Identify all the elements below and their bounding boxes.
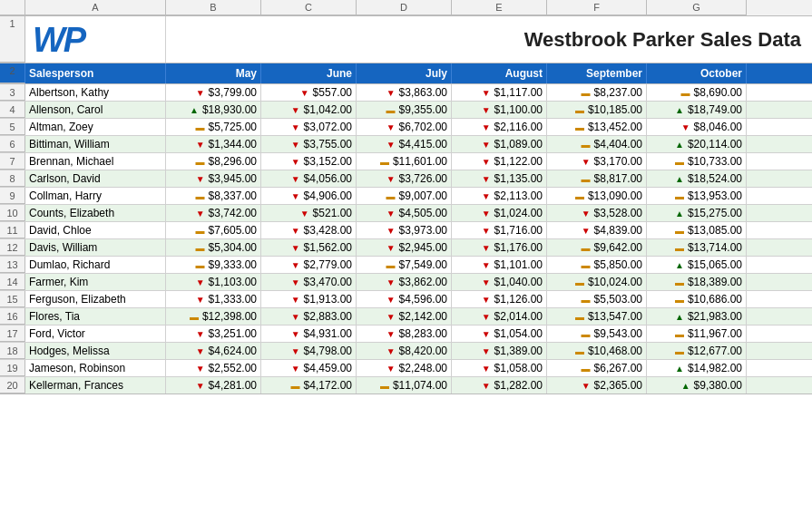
cell-value: $3,862.00	[399, 276, 447, 288]
row-num-cell: 10	[0, 205, 25, 221]
salesperson-name: Flores, Tia	[25, 308, 166, 325]
col-header-july: July	[357, 63, 452, 83]
cell-october: ▬ $18,389.00	[647, 274, 747, 290]
trend-up-icon: ▲	[188, 105, 201, 115]
cell-august: ▼ $1,100.00	[452, 102, 547, 118]
cell-value: $1,333.00	[209, 293, 257, 306]
cell-august: ▼ $1,058.00	[452, 360, 547, 376]
cell-value: $13,090.00	[588, 189, 642, 202]
cell-july: ▼ $2,945.00	[357, 239, 452, 256]
cell-september: ▼ $4,839.00	[547, 222, 647, 238]
cell-value: $1,344.00	[209, 138, 257, 151]
cell-july: ▬ $9,355.00	[357, 102, 452, 118]
cell-value: $2,248.00	[399, 362, 447, 374]
cell-september: ▬ $9,543.00	[547, 326, 647, 342]
cell-september: ▬ $9,642.00	[547, 239, 647, 256]
cell-value: $3,170.00	[594, 155, 642, 168]
cell-value: $2,945.00	[399, 241, 447, 254]
cell-value: $4,931.00	[304, 327, 352, 340]
cell-value: $9,380.00	[694, 379, 742, 392]
cell-august: ▼ $1,024.00	[452, 205, 547, 221]
cell-value: $8,296.00	[209, 155, 257, 168]
cell-value: $5,304.00	[209, 241, 257, 254]
cell-may: ▼ $1,103.00	[166, 274, 261, 290]
cell-october: ▲ $14,982.00	[647, 360, 747, 376]
cell-value: $3,945.00	[209, 172, 257, 185]
cell-value: $11,601.00	[393, 155, 447, 168]
table-row: 19 Jameson, Robinson ▼ $2,552.00 ▼ $4,45…	[0, 360, 812, 377]
trend-up-icon: ▲	[673, 209, 686, 219]
salesperson-name: Bittiman, William	[25, 136, 166, 152]
cell-june: ▼ $557.00	[261, 84, 357, 101]
cell-october: ▼ $8,046.00	[647, 119, 747, 135]
col-header-september: September	[547, 63, 647, 83]
cell-may: ▼ $1,344.00	[166, 136, 261, 152]
trend-down-icon: ▼	[480, 191, 493, 201]
col-header-october: October	[647, 63, 747, 83]
cell-value: $1,117.00	[494, 86, 543, 99]
cell-value: $1,135.00	[494, 172, 543, 185]
cell-value: $6,267.00	[594, 362, 642, 374]
cell-july: ▼ $2,248.00	[357, 360, 452, 376]
trend-flat-icon: ▬	[385, 191, 397, 201]
table-row: 11 David, Chloe ▬ $7,605.00 ▼ $3,428.00 …	[0, 222, 812, 239]
cell-value: $1,089.00	[494, 138, 543, 151]
salesperson-name: Ferguson, Elizabeth	[25, 291, 166, 307]
trend-flat-icon: ▬	[385, 105, 397, 115]
trend-flat-icon: ▬	[385, 260, 397, 270]
cell-august: ▼ $1,716.00	[452, 222, 547, 238]
cell-value: $1,716.00	[494, 224, 543, 237]
corner-cell	[0, 0, 25, 15]
trend-down-icon: ▼	[385, 174, 397, 184]
cell-june: ▼ $1,042.00	[261, 102, 357, 118]
cell-value: $1,042.00	[304, 103, 352, 116]
salesperson-name: Farmer, Kim	[25, 274, 166, 290]
trend-flat-icon: ▬	[680, 88, 692, 98]
salesperson-name: Jameson, Robinson	[25, 360, 166, 376]
cell-value: $12,398.00	[202, 310, 257, 323]
trend-down-icon: ▼	[289, 277, 302, 287]
trend-down-icon: ▼	[480, 226, 493, 236]
logo: WP	[33, 23, 84, 57]
cell-may: ▼ $2,552.00	[166, 360, 261, 376]
trend-flat-icon: ▬	[573, 346, 586, 356]
trend-flat-icon: ▬	[194, 260, 207, 270]
cell-september: ▬ $13,090.00	[547, 188, 647, 204]
trend-down-icon: ▼	[385, 243, 397, 253]
trend-flat-icon: ▬	[580, 243, 592, 253]
salesperson-name: Altman, Zoey	[25, 119, 166, 135]
cell-june: ▼ $4,906.00	[261, 188, 357, 204]
trend-flat-icon: ▬	[573, 122, 586, 132]
trend-down-icon: ▼	[580, 381, 592, 391]
trend-flat-icon: ▬	[378, 381, 391, 391]
trend-down-icon: ▼	[480, 140, 493, 150]
cell-value: $557.00	[313, 86, 352, 99]
cell-may: ▼ $3,945.00	[166, 170, 261, 187]
col-letter-a: A	[25, 0, 166, 15]
trend-down-icon: ▼	[289, 157, 302, 167]
trend-down-icon: ▼	[580, 226, 592, 236]
row-num-cell: 12	[0, 239, 25, 256]
trend-down-icon: ▼	[194, 140, 207, 150]
salesperson-name: Kellerman, Frances	[25, 377, 166, 394]
trend-down-icon: ▼	[385, 346, 397, 356]
cell-june: ▼ $521.00	[261, 205, 357, 221]
cell-july: ▼ $6,702.00	[357, 119, 452, 135]
logo-cell: WP	[25, 16, 166, 63]
trend-flat-icon: ▬	[673, 346, 686, 356]
cell-value: $15,065.00	[688, 258, 742, 271]
cell-value: $4,906.00	[304, 189, 352, 202]
trend-up-icon: ▲	[673, 260, 686, 270]
cell-value: $2,116.00	[494, 121, 543, 133]
trend-down-icon: ▼	[385, 140, 397, 150]
row-num-cell: 3	[0, 84, 25, 101]
cell-value: $11,967.00	[688, 327, 742, 340]
trend-flat-icon: ▬	[580, 174, 592, 184]
cell-july: ▼ $8,420.00	[357, 343, 452, 359]
cell-value: $2,552.00	[209, 362, 257, 374]
data-rows: 3 Albertson, Kathy ▼ $3,799.00 ▼ $557.00…	[0, 84, 812, 394]
trend-down-icon: ▼	[480, 88, 493, 98]
table-row: 16 Flores, Tia ▬ $12,398.00 ▼ $2,883.00 …	[0, 308, 812, 326]
cell-september: ▬ $8,817.00	[547, 170, 647, 187]
cell-value: $1,054.00	[494, 327, 543, 340]
